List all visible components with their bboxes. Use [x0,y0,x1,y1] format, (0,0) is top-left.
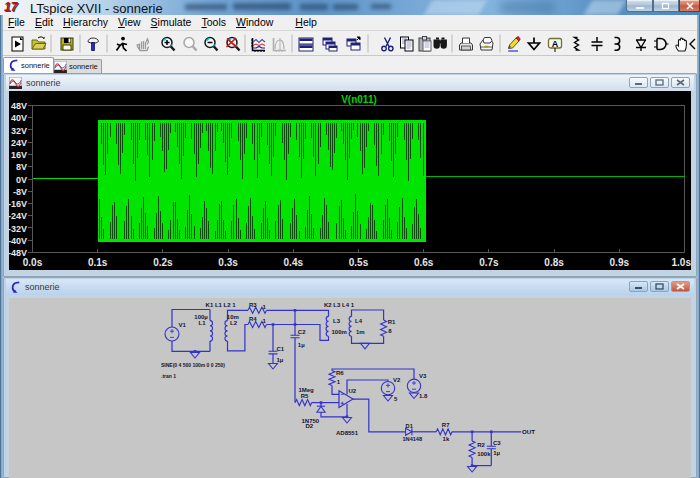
svg-text:5: 5 [394,396,398,402]
svg-text:0.7s: 0.7s [479,257,499,268]
svg-text:-8V: -8V [13,187,27,197]
svg-text:0.0s: 0.0s [23,257,43,268]
svg-text:100k: 100k [477,451,491,457]
svg-text:1: 1 [337,379,341,385]
svg-text:A: A [552,39,559,49]
svg-text:L4: L4 [355,318,363,324]
svg-text:100m: 100m [332,329,347,335]
svg-text:V2: V2 [393,377,401,383]
svg-text:1: 1 [263,304,267,310]
svg-text:L1: L1 [199,320,207,326]
svg-text:R7: R7 [442,422,450,428]
svg-text:24V: 24V [11,138,27,148]
svg-text:1: 1 [263,318,267,324]
svg-text:R5: R5 [301,393,309,399]
svg-text:0.3s: 0.3s [218,257,238,268]
svg-text:0V: 0V [16,175,27,185]
svg-text:40V: 40V [11,113,27,123]
svg-text:1.0s: 1.0s [672,257,691,268]
svg-text:V1: V1 [179,322,187,328]
svg-text:C1: C1 [277,346,285,352]
svg-text:1.8: 1.8 [419,393,428,399]
svg-text:-16V: -16V [9,199,27,209]
svg-text:16V: 16V [11,150,27,160]
svg-text:1µ: 1µ [277,357,284,363]
svg-text:R2: R2 [477,442,485,448]
svg-text:.tran 1: .tran 1 [161,373,176,379]
svg-text:-24V: -24V [9,211,27,221]
svg-text:D1: D1 [406,423,413,429]
svg-text:0.4s: 0.4s [284,257,304,268]
svg-text:-32V: -32V [9,224,27,234]
svg-text:8V: 8V [16,162,27,172]
svg-text:8: 8 [388,328,392,334]
svg-text:0.1s: 0.1s [88,257,108,268]
svg-text:U2: U2 [349,388,357,394]
svg-text:10m: 10m [227,314,239,320]
svg-text:1k: 1k [443,436,450,442]
svg-text:V3: V3 [419,373,427,379]
svg-text:R4: R4 [249,316,257,322]
svg-text:OUT: OUT [522,428,535,435]
svg-text:0.2s: 0.2s [153,257,173,268]
svg-text:V(n011): V(n011) [341,94,377,105]
svg-text:R1: R1 [388,319,396,325]
svg-text:0.6s: 0.6s [414,257,434,268]
svg-text:D2: D2 [306,423,314,429]
svg-text:K1 L1 L2 1: K1 L1 L2 1 [206,302,237,308]
svg-text:R3: R3 [249,302,257,308]
svg-text:C2: C2 [298,329,306,335]
svg-text:SINE(0 4 500 100m 0 0 250): SINE(0 4 500 100m 0 0 250) [161,362,225,368]
svg-text:100µ: 100µ [194,314,208,320]
svg-text:0.5s: 0.5s [349,257,369,268]
svg-text:C3: C3 [493,440,501,446]
svg-text:0.9s: 0.9s [610,257,630,268]
svg-text:K2 L3 L4 1: K2 L3 L4 1 [324,302,355,308]
svg-text:1m: 1m [356,329,365,335]
svg-text:1µ: 1µ [298,342,305,348]
svg-text:R6: R6 [336,370,344,376]
svg-text:-40V: -40V [9,236,27,246]
svg-text:1N4148: 1N4148 [403,436,423,442]
svg-text:1µ: 1µ [493,450,500,456]
svg-text:0.8s: 0.8s [544,257,564,268]
svg-text:AD8551: AD8551 [336,430,359,436]
svg-text:32V: 32V [11,126,27,136]
svg-text:L2: L2 [230,320,238,326]
svg-text:L3: L3 [333,318,341,324]
svg-text:48V: 48V [11,101,27,111]
